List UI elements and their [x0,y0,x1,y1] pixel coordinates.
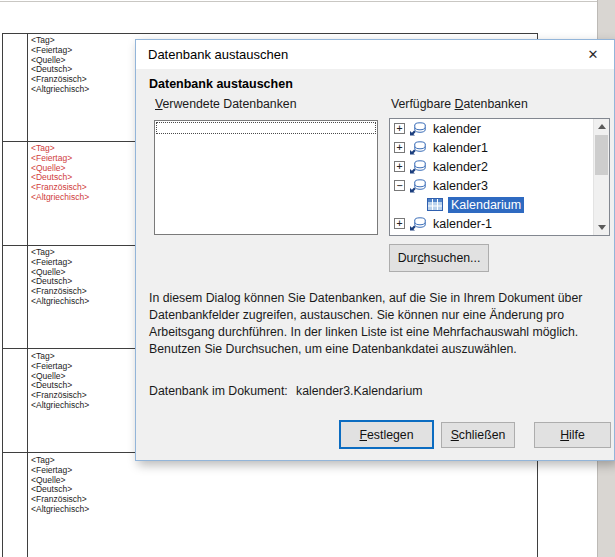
table-icon [427,198,445,212]
tree-item[interactable]: +kalender [390,119,593,138]
tree-item[interactable]: Kalendarium [390,195,593,214]
tree-item-label[interactable]: kalender-1 [430,216,495,232]
used-databases-label: Verwendete Datenbanken [155,97,297,111]
database-icon [409,141,427,155]
tree-item-label[interactable]: kalender3 [430,178,491,194]
document-field-block: <Tag><Feiertag><Quelle><Deutsch><Französ… [31,456,89,515]
available-databases-label: Verfügbare Datenbanken [391,97,528,111]
tree-item-label[interactable]: kalender1 [430,140,491,156]
description-line: Datenbankfelder zugreifen, austauschen. … [149,307,582,324]
exchange-database-dialog: Datenbank austauschen ✕ Datenbank austau… [135,39,615,461]
document-top-border [0,1,597,2]
dialog-close-button[interactable]: ✕ [572,40,614,69]
description-line: Arbeitsgang durchführen. In der linken L… [149,324,582,341]
database-in-document-value: kalender3.Kalendarium [296,384,422,398]
database-icon [409,122,427,136]
button-text: ilfe [569,428,585,442]
tree-item[interactable]: −kalender3 [390,176,593,195]
dialog-titlebar[interactable]: Datenbank austauschen ✕ [136,40,614,69]
section-title: Datenbank austauschen [149,77,293,91]
tree-item[interactable]: +kalender1 [390,138,593,157]
button-text: Dur [398,251,418,265]
dialog-description: In diesem Dialog können Sie Datenbanken,… [149,290,582,358]
expand-icon[interactable]: + [394,123,405,134]
close-icon: ✕ [588,47,599,62]
table-left-border [2,33,3,557]
tree-item[interactable]: +kalender2 [390,157,593,176]
button-mnemonic: H [560,428,569,442]
document-field-block: <Tag><Feiertag><Quelle><Deutsch><Französ… [31,144,89,203]
button-text: chließen [459,428,505,442]
tree-rows: +kalender+kalender1+kalender2−kalender3K… [390,119,593,235]
button-mnemonic: F [359,428,367,442]
indent-spacer [412,199,423,210]
expand-icon[interactable]: + [394,218,405,229]
field-placeholder: <Altgriechisch> [31,297,89,307]
tree-item-label[interactable]: kalender2 [430,159,491,175]
used-databases-listbox[interactable] [154,120,378,235]
field-placeholder: <Altgriechisch> [31,193,89,203]
define-button[interactable]: Festlegen [339,420,434,449]
field-placeholder: <Altgriechisch> [31,505,89,515]
tree-item[interactable]: +kalender-11 [390,233,593,235]
scroll-up-icon[interactable] [594,119,609,134]
database-in-document-label: Datenbank im Dokument: [149,384,288,398]
tree-item-label[interactable]: Kalendarium [448,197,524,213]
button-mnemonic: S [451,428,459,442]
tree-item[interactable]: +kalender-1 [390,214,593,233]
label-text: erwendete Datenbanken [163,97,297,111]
browse-button[interactable]: Durchsuchen... [389,244,489,272]
database-icon [409,217,427,231]
expand-icon[interactable]: + [394,161,405,172]
tree-scrollbar[interactable] [593,119,609,235]
label-text: Verfügbare [391,97,455,111]
listbox-focus-row [156,122,376,134]
label-mnemonic: V [155,97,163,111]
database-icon [409,160,427,174]
close-button[interactable]: Schließen [441,422,515,448]
description-line: Benutzen Sie Durchsuchen, um eine Datenb… [149,341,582,358]
table-column-border [27,33,28,557]
expand-icon[interactable]: + [394,142,405,153]
button-text: estlegen [367,428,414,442]
button-text: hsuchen... [424,251,481,265]
label-text: atenbanken [463,97,527,111]
document-field-block: <Tag><Feiertag><Quelle><Deutsch><Französ… [31,248,89,307]
scrollbar-thumb[interactable] [595,135,608,175]
field-placeholder: <Altgriechisch> [31,401,89,411]
table-row-border [2,33,538,34]
database-icon [409,179,427,193]
collapse-icon[interactable]: − [394,180,405,191]
document-field-block: <Tag><Feiertag><Quelle><Deutsch><Französ… [31,36,89,95]
writer-window: <Tag><Feiertag><Quelle><Deutsch><Französ… [0,0,615,557]
field-placeholder: <Altgriechisch> [31,85,89,95]
dialog-title: Datenbank austauschen [148,47,288,62]
description-line: In diesem Dialog können Sie Datenbanken,… [149,290,582,307]
available-databases-tree[interactable]: +kalender+kalender1+kalender2−kalender3K… [389,118,610,236]
help-button[interactable]: Hilfe [534,422,611,448]
tree-item-label[interactable]: kalender-11 [430,235,501,236]
scroll-down-icon[interactable] [594,220,609,235]
tree-item-label[interactable]: kalender [430,121,484,137]
document-field-block: <Tag><Feiertag><Quelle><Deutsch><Französ… [31,352,89,411]
